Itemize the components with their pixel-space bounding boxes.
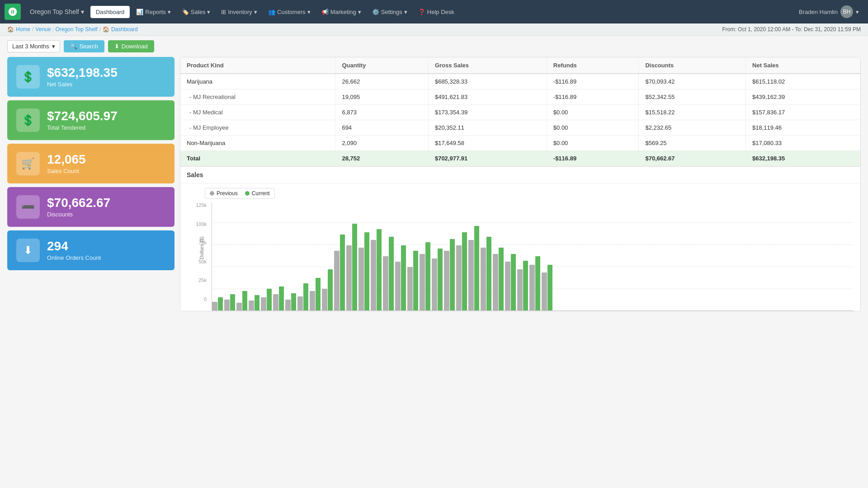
search-button[interactable]: 🔍 Search [64,40,104,52]
bar-previous [285,300,291,310]
online-orders-value: 294 [47,239,165,253]
bar-group [432,249,443,310]
bar-current [389,237,394,310]
table-row: - MJ Recreational19,095$491,621.83-$116.… [180,89,860,105]
table-row: Total28,752$702,977.91-$116.89$70,662.67… [180,151,860,166]
bar-previous [517,269,523,310]
bar-group [359,232,369,310]
sales-chart-section: Sales Previous Current 125k100k75k50k25k… [180,166,860,311]
bar-previous [493,254,498,310]
bar-previous [322,289,327,310]
breadcrumb-bar: 🏠 Home / Venue : Oregon Top Shelf / 🏠 Da… [0,23,868,36]
nav-inventory[interactable]: ⊞ Inventory ▾ [217,6,261,18]
breadcrumb-home[interactable]: Home [16,26,30,33]
online-orders-icon: ⬇ [16,239,40,262]
bar-group [493,248,504,310]
bar-group [285,293,296,310]
discounts-value: $70,662.67 [47,196,165,210]
discounts-icon: ➖ [16,195,40,219]
bar-previous [420,254,425,310]
nav-sales[interactable]: 🏷️ Sales ▾ [177,6,215,18]
stat-card-discounts: ➖ $70,662.67 Discounts [7,187,175,227]
main-content: 💲 $632,198.35 Net Sales 💲 $724,605.97 To… [0,57,868,319]
date-filter-select[interactable]: Last 3 Months ▾ [7,40,60,52]
bar-group [249,295,259,310]
bar-previous [261,297,266,310]
table-row: Non-Marijuana2,090$17,649.58$0.00$569.25… [180,136,860,151]
bar-previous [481,248,486,310]
bar-current [352,224,358,310]
nav-settings[interactable]: ⚙️ Settings ▾ [368,6,412,18]
breadcrumb-dashboard[interactable]: Dashboard [111,26,138,33]
bar-previous [249,300,254,310]
legend-previous: Previous [210,190,238,197]
avatar: BH [840,5,853,18]
col-discounts: Discounts [639,57,746,74]
nav-dashboard[interactable]: Dashboard [90,6,130,18]
bar-group [310,278,321,310]
bar-group [334,235,345,310]
bar-current [279,286,284,310]
col-quantity: Quantity [335,57,429,74]
nav-helpdesk[interactable]: ❓ Help Desk [414,6,459,18]
nav-reports[interactable]: 📊 Reports ▾ [132,6,175,18]
bar-group [297,283,308,310]
bar-current [340,235,345,310]
col-product-kind: Product Kind [180,57,335,74]
bar-previous [297,296,303,310]
bar-previous [224,300,230,310]
table-row: Marijuana26,662$685,328.33-$116.89$70,09… [180,74,860,89]
bar-group [383,237,394,310]
bar-previous [273,294,278,310]
bar-current [291,293,297,310]
app-logo [5,4,21,20]
bar-previous [444,251,449,310]
nav-customers[interactable]: 👥 Customers ▾ [264,6,315,18]
bar-current [438,249,443,310]
bar-previous [334,251,340,310]
bar-previous [395,262,401,310]
top-navigation: Oregon Top Shelf ▾ Dashboard 📊 Reports ▾… [0,0,868,23]
download-button[interactable]: ⬇ Download [108,40,154,52]
bar-current [377,229,382,310]
sales-count-icon: 🛒 [16,152,40,175]
bar-current [230,294,236,310]
bar-current [303,283,309,310]
bar-group [542,265,552,310]
date-range-display: From: Oct 1, 2020 12:00 AM - To: Dec 31,… [722,26,861,33]
nav-marketing[interactable]: 📢 Marketing ▾ [317,6,366,18]
bar-previous [236,303,242,310]
bar-current [328,269,333,310]
bar-current [316,278,321,310]
bar-previous [346,245,352,310]
bar-previous [456,245,462,310]
bar-previous [432,258,437,310]
bar-group [236,291,247,310]
bar-previous [542,272,547,310]
total-tendered-label: Total Tendered [47,124,165,131]
bar-current [255,295,260,310]
breadcrumb-venue[interactable]: Venue : Oregon Top Shelf [35,26,97,33]
net-sales-icon: 💲 [16,65,40,89]
user-menu[interactable]: Braden Hamlin BH ▾ [794,3,863,21]
bar-current [364,232,370,310]
bar-current [474,226,480,310]
col-gross-sales: Gross Sales [428,57,547,74]
bar-group [224,294,235,310]
bar-group [468,226,479,310]
bar-current [523,261,528,310]
bar-group [346,224,357,310]
stat-cards-panel: 💲 $632,198.35 Net Sales 💲 $724,605.97 To… [7,57,175,311]
bar-current [218,297,223,310]
bar-current [242,291,248,310]
bar-group [529,256,540,310]
bar-group [407,251,418,310]
brand-menu[interactable]: Oregon Top Shelf ▾ [25,5,89,18]
chart-y-axis: 125k100k75k50k25k0 [187,202,208,302]
col-refunds: Refunds [547,57,639,74]
bar-previous [371,240,376,310]
table-row: - MJ Employee694$20,352.11$0.00$2,232.65… [180,120,860,136]
total-tendered-icon: 💲 [16,108,40,132]
download-icon: ⬇ [114,43,119,50]
discounts-label: Discounts [47,211,165,218]
